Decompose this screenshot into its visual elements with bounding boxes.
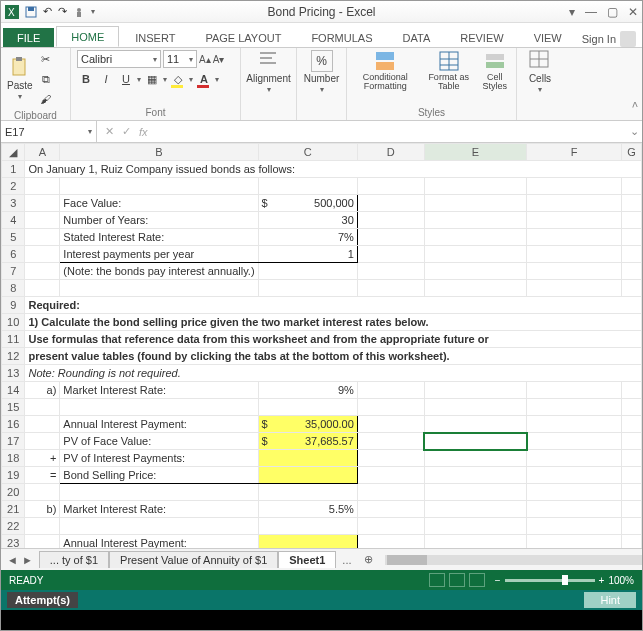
cell[interactable] xyxy=(527,501,622,518)
sheet-tab[interactable]: ... ty of $1 xyxy=(39,551,109,568)
row-header[interactable]: 20 xyxy=(2,484,25,501)
cell[interactable] xyxy=(60,484,258,501)
cell[interactable] xyxy=(357,382,424,399)
cell[interactable] xyxy=(527,467,622,484)
cell[interactable] xyxy=(424,416,527,433)
cell[interactable]: 9% xyxy=(258,382,357,399)
page-break-view-icon[interactable] xyxy=(469,573,485,587)
table-row[interactable]: 17PV of Face Value:$37,685.57 xyxy=(2,433,642,450)
col-header[interactable]: B xyxy=(60,144,258,161)
cell[interactable] xyxy=(357,399,424,416)
cell[interactable] xyxy=(527,280,622,297)
cell[interactable] xyxy=(424,246,527,263)
cell[interactable]: 5.5% xyxy=(258,501,357,518)
tab-data[interactable]: DATA xyxy=(389,28,445,47)
cell[interactable] xyxy=(25,246,60,263)
new-sheet-icon[interactable]: ⊕ xyxy=(358,553,379,566)
cell[interactable] xyxy=(357,484,424,501)
collapse-ribbon-icon[interactable]: ʌ xyxy=(632,98,638,109)
cell[interactable] xyxy=(357,246,424,263)
cell[interactable]: Bond Selling Price: xyxy=(60,467,258,484)
cell[interactable]: 1 xyxy=(258,246,357,263)
bold-button[interactable]: B xyxy=(77,70,95,88)
cell[interactable]: Stated Interest Rate: xyxy=(60,229,258,246)
cell[interactable] xyxy=(622,484,642,501)
cell[interactable] xyxy=(60,399,258,416)
cell[interactable] xyxy=(424,263,527,280)
cell[interactable] xyxy=(527,195,622,212)
table-row[interactable]: 18+PV of Interest Payments: xyxy=(2,450,642,467)
font-color-icon[interactable]: A xyxy=(195,70,213,88)
select-all-corner[interactable]: ◢ xyxy=(2,144,25,161)
cell[interactable] xyxy=(357,178,424,195)
cell[interactable] xyxy=(622,229,642,246)
underline-button[interactable]: U xyxy=(117,70,135,88)
cell[interactable] xyxy=(25,280,60,297)
cell[interactable] xyxy=(357,433,424,450)
table-row[interactable]: 2 xyxy=(2,178,642,195)
cell[interactable] xyxy=(527,229,622,246)
more-sheets[interactable]: ... xyxy=(336,554,357,566)
cell[interactable] xyxy=(25,399,60,416)
cell[interactable]: Note: Rounding is not required. xyxy=(25,365,642,382)
sheet-next-icon[interactable]: ► xyxy=(22,554,33,566)
cell[interactable]: = xyxy=(25,467,60,484)
row-header[interactable]: 21 xyxy=(2,501,25,518)
table-row[interactable]: 20 xyxy=(2,484,642,501)
accept-formula-icon[interactable]: ✓ xyxy=(122,125,131,138)
row-header[interactable]: 19 xyxy=(2,467,25,484)
cell[interactable]: 1) Calculate the bond selling price give… xyxy=(25,314,642,331)
cell[interactable] xyxy=(258,280,357,297)
ribbon-options-icon[interactable]: ▾ xyxy=(569,5,575,19)
formula-input[interactable] xyxy=(156,121,626,142)
cell[interactable] xyxy=(357,518,424,535)
tab-home[interactable]: HOME xyxy=(56,26,119,47)
cell[interactable]: PV of Face Value: xyxy=(60,433,258,450)
col-header[interactable]: G xyxy=(622,144,642,161)
cell[interactable] xyxy=(357,535,424,549)
zoom-out-icon[interactable]: − xyxy=(495,575,501,586)
cell[interactable] xyxy=(357,280,424,297)
cell[interactable]: (Note: the bonds pay interest annually.) xyxy=(60,263,258,280)
cancel-formula-icon[interactable]: ✕ xyxy=(105,125,114,138)
cell[interactable]: a) xyxy=(25,382,60,399)
cell[interactable]: Market Interest Rate: xyxy=(60,382,258,399)
cell[interactable] xyxy=(424,450,527,467)
cell[interactable] xyxy=(357,501,424,518)
paste-button[interactable]: Paste ▾ xyxy=(7,57,33,101)
cell[interactable] xyxy=(527,450,622,467)
cell[interactable] xyxy=(25,518,60,535)
row-header[interactable]: 22 xyxy=(2,518,25,535)
table-row[interactable]: 19=Bond Selling Price: xyxy=(2,467,642,484)
cell[interactable]: PV of Interest Payments: xyxy=(60,450,258,467)
cell[interactable] xyxy=(258,467,357,484)
undo-icon[interactable]: ↶ xyxy=(43,5,52,18)
alignment-button[interactable]: Alignment ▾ xyxy=(247,50,290,94)
cell[interactable]: On January 1, Ruiz Company issued bonds … xyxy=(25,161,642,178)
cell[interactable] xyxy=(357,263,424,280)
normal-view-icon[interactable] xyxy=(429,573,445,587)
cell[interactable] xyxy=(25,535,60,549)
row-header[interactable]: 1 xyxy=(2,161,25,178)
col-header[interactable]: A xyxy=(25,144,60,161)
table-row[interactable]: 22 xyxy=(2,518,642,535)
qat-dropdown-icon[interactable]: ▾ xyxy=(91,7,95,16)
cell[interactable] xyxy=(258,535,357,549)
row-header[interactable]: 4 xyxy=(2,212,25,229)
table-row[interactable]: 9Required: xyxy=(2,297,642,314)
cell[interactable] xyxy=(25,212,60,229)
row-header[interactable]: 8 xyxy=(2,280,25,297)
cell[interactable] xyxy=(424,467,527,484)
cell[interactable]: Use formulas that reference data from th… xyxy=(25,331,642,348)
cell[interactable] xyxy=(622,535,642,549)
cell[interactable]: $500,000 xyxy=(258,195,357,212)
table-row[interactable]: 14a)Market Interest Rate:9% xyxy=(2,382,642,399)
row-header[interactable]: 6 xyxy=(2,246,25,263)
cell[interactable]: Annual Interest Payment: xyxy=(60,535,258,549)
row-header[interactable]: 23 xyxy=(2,535,25,549)
cell[interactable] xyxy=(424,382,527,399)
cell[interactable] xyxy=(527,484,622,501)
cell[interactable] xyxy=(622,246,642,263)
cell[interactable] xyxy=(25,229,60,246)
cell[interactable]: + xyxy=(25,450,60,467)
